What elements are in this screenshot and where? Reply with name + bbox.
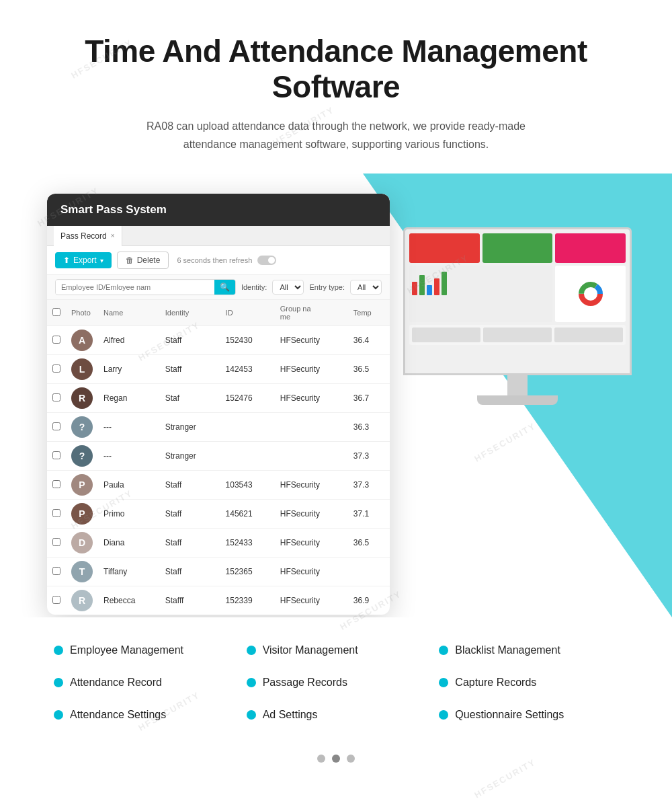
pagination-dots <box>0 734 672 790</box>
row-checkbox-cell[interactable] <box>47 471 66 500</box>
row-checkbox-9[interactable] <box>52 596 60 604</box>
row-checkbox-2[interactable] <box>52 393 60 401</box>
row-id: 152433 <box>220 529 275 558</box>
name-header: Name <box>98 300 160 326</box>
row-id: 152365 <box>220 558 275 586</box>
row-temp: 36.9 <box>348 586 390 615</box>
export-button[interactable]: ⬆ Export ▾ <box>55 252 112 268</box>
row-photo: A <box>66 326 98 355</box>
dash-card-pink <box>555 233 626 263</box>
search-input[interactable] <box>56 280 214 294</box>
row-checkbox-cell[interactable] <box>47 326 66 355</box>
avatar: P <box>71 503 93 525</box>
row-checkbox-3[interactable] <box>52 422 60 430</box>
row-group: HFSecurity <box>275 384 348 413</box>
group-name-header: Group name <box>275 300 348 326</box>
feature-label-4: Passage Records <box>263 677 347 689</box>
feature-item: Visitor Management <box>247 644 426 656</box>
select-all-checkbox[interactable] <box>52 308 60 316</box>
row-identity: Stranger <box>160 442 220 471</box>
feature-label-1: Visitor Management <box>263 644 358 656</box>
avatar: T <box>71 561 93 582</box>
row-checkbox-0[interactable] <box>52 336 60 344</box>
table-row: L Larry Staff 142453 HFSecurity 36.5 <box>47 355 390 384</box>
monitor-neck <box>507 375 528 395</box>
row-checkbox-cell[interactable] <box>47 529 66 558</box>
feature-dot-4 <box>247 678 256 687</box>
row-checkbox-7[interactable] <box>52 538 60 546</box>
row-identity: Staff <box>160 558 220 586</box>
page-title: Time And Attendance Management Software <box>40 34 632 105</box>
row-identity: Staff <box>160 326 220 355</box>
row-group <box>275 413 348 442</box>
feature-label-8: Questionnaire Settings <box>455 709 564 721</box>
svg-point-3 <box>585 288 597 300</box>
avatar: L <box>71 358 93 380</box>
avatar: ? <box>71 416 93 438</box>
row-id: 145621 <box>220 500 275 529</box>
row-checkbox-5[interactable] <box>52 480 60 488</box>
refresh-label: 6 seconds then refresh <box>177 256 252 264</box>
avatar: P <box>71 474 93 496</box>
row-checkbox-8[interactable] <box>52 567 60 575</box>
row-checkbox-cell[interactable] <box>47 500 66 529</box>
row-group: HFSecurity <box>275 529 348 558</box>
row-name: Diana <box>98 529 160 558</box>
entry-type-filter-select[interactable]: All <box>350 280 382 295</box>
pass-record-tab[interactable]: Pass Record × <box>54 226 122 246</box>
row-checkbox-1[interactable] <box>52 364 60 373</box>
pagination-dot-1[interactable] <box>317 755 325 763</box>
row-checkbox-cell[interactable] <box>47 442 66 471</box>
pagination-dot-2[interactable] <box>332 755 340 763</box>
row-photo: ? <box>66 442 98 471</box>
monitor-base <box>477 395 558 405</box>
visual-section: Smart Pass System Pass Record × ⬆ Export… <box>0 174 672 617</box>
row-name: Larry <box>98 355 160 384</box>
row-name: Alfred <box>98 326 160 355</box>
id-header: ID <box>220 300 275 326</box>
feature-dot-6 <box>54 710 63 720</box>
row-temp <box>348 558 390 586</box>
feature-dot-5 <box>439 678 448 687</box>
table-row: R Rebecca Stafff 152339 HFSecurity 36.9 <box>47 586 390 615</box>
row-checkbox-cell[interactable] <box>47 586 66 615</box>
features-section: Employee Management Visitor Management B… <box>0 617 672 734</box>
table-row: D Diana Staff 152433 HFSecurity 36.5 <box>47 529 390 558</box>
row-temp: 36.3 <box>348 413 390 442</box>
row-id <box>220 442 275 471</box>
row-checkbox-cell[interactable] <box>47 355 66 384</box>
row-checkbox-cell[interactable] <box>47 558 66 586</box>
feature-dot-8 <box>439 710 448 720</box>
avatar: ? <box>71 445 93 467</box>
row-checkbox-cell[interactable] <box>47 413 66 442</box>
row-id: 152430 <box>220 326 275 355</box>
delete-button[interactable]: 🗑 Delete <box>117 252 169 269</box>
row-id: 152476 <box>220 384 275 413</box>
row-checkbox-6[interactable] <box>52 509 60 517</box>
feature-dot-7 <box>247 710 256 720</box>
row-id: 103543 <box>220 471 275 500</box>
row-checkbox-4[interactable] <box>52 451 60 459</box>
page-subtitle: RA08 can upload attendance data through … <box>128 117 544 153</box>
identity-filter-select[interactable]: All <box>272 280 304 295</box>
row-name: --- <box>98 413 160 442</box>
row-checkbox-cell[interactable] <box>47 384 66 413</box>
panel-title: Smart Pass System <box>60 203 167 216</box>
row-identity: Staff <box>160 500 220 529</box>
row-name: Regan <box>98 384 160 413</box>
feature-item: Questionnaire Settings <box>439 709 618 721</box>
pagination-dot-3[interactable] <box>347 755 355 763</box>
tab-close-button[interactable]: × <box>111 232 115 239</box>
row-photo: D <box>66 529 98 558</box>
row-photo: ? <box>66 413 98 442</box>
search-button[interactable]: 🔍 <box>214 280 235 295</box>
row-photo: R <box>66 586 98 615</box>
row-group: HFSecurity <box>275 500 348 529</box>
row-identity: Staff <box>160 355 220 384</box>
select-all-header[interactable] <box>47 300 66 326</box>
monitor-screen <box>403 227 632 375</box>
refresh-toggle[interactable] <box>257 256 276 265</box>
search-box[interactable]: 🔍 <box>55 279 236 295</box>
row-group: HFSecurity <box>275 558 348 586</box>
dash-card-wide <box>409 266 552 322</box>
